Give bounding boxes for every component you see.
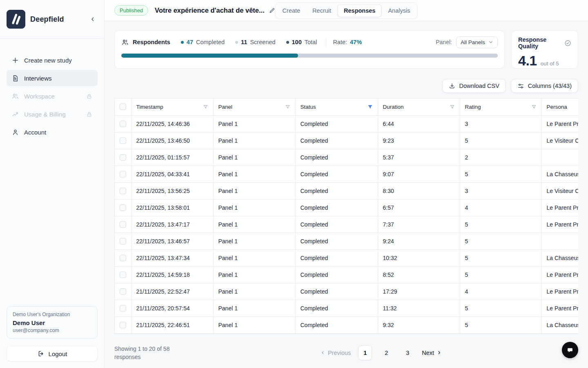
cell-duration: 17:29 (378, 283, 460, 300)
cell-status: Completed (295, 182, 378, 199)
row-select-cell (115, 166, 131, 182)
table-row[interactable]: 21/11/2025, 20:57:54 Panel 1 Completed 1… (115, 300, 578, 316)
columns-button[interactable]: Columns (43/43) (511, 79, 578, 93)
chevron-right-icon (437, 350, 442, 355)
cell-panel: Panel 1 (213, 115, 295, 132)
cell-status: Completed (295, 316, 378, 333)
filter-icon-panel[interactable] (285, 104, 290, 110)
cell-rating: 2 (460, 149, 541, 166)
row-checkbox[interactable] (120, 255, 126, 261)
column-header-timestamp: Timestamp (131, 99, 213, 115)
column-label: Panel (218, 104, 233, 110)
people-icon (11, 92, 19, 100)
row-checkbox[interactable] (120, 238, 126, 245)
table-row[interactable]: 22/11/2025, 13:47:34 Panel 1 Completed 1… (115, 249, 578, 266)
logout-button[interactable]: Logout (7, 346, 98, 361)
completed-dot-icon (181, 41, 184, 44)
page-button-2[interactable]: 2 (379, 346, 393, 360)
sidebar-header: Deepfield (0, 0, 104, 39)
stat-screened: 11 Screened (235, 39, 275, 45)
edit-title-button[interactable] (269, 7, 276, 14)
study-tab-group: Create Recruit Responses Analysis (275, 2, 418, 19)
tab-recruit[interactable]: Recruit (307, 4, 337, 17)
sidebar-item-label: Usage & Billing (24, 111, 66, 118)
panel-select[interactable]: All Panels (456, 36, 498, 48)
row-checkbox[interactable] (120, 204, 126, 211)
total-value: 100 (292, 39, 302, 45)
cell-panel: Panel 1 (213, 300, 295, 316)
chevron-down-icon (488, 40, 493, 45)
table-row[interactable]: 21/11/2025, 22:46:51 Panel 1 Completed 9… (115, 316, 578, 333)
cell-timestamp: 21/11/2025, 20:57:54 (131, 300, 213, 316)
sidebar-item-account[interactable]: Account (7, 124, 98, 140)
filter-icon-status-active[interactable] (368, 104, 373, 110)
filter-icon-duration[interactable] (450, 104, 455, 110)
sidebar-item-interviews[interactable]: Interviews (7, 70, 98, 86)
app-window: Deepfield Create new study Interviews (0, 0, 588, 368)
sidebar-collapse-button[interactable] (87, 13, 98, 25)
completed-label: Completed (196, 39, 225, 45)
table-row[interactable]: 21/11/2025, 22:52:47 Panel 1 Completed 1… (115, 283, 578, 300)
cell-panel: Panel 1 (213, 316, 295, 333)
row-checkbox[interactable] (120, 121, 126, 127)
table-row[interactable]: 22/11/2025, 13:46:50 Panel 1 Completed 9… (115, 132, 578, 149)
screened-value: 11 (241, 39, 247, 45)
tab-create[interactable]: Create (277, 4, 306, 17)
filter-icon-timestamp[interactable] (203, 104, 208, 110)
quality-score: 4.1 (518, 53, 537, 69)
row-checkbox[interactable] (120, 272, 126, 278)
row-checkbox[interactable] (120, 154, 126, 161)
cell-rating: 5 (460, 233, 541, 249)
row-select-cell (115, 199, 131, 216)
tab-analysis[interactable]: Analysis (382, 4, 416, 17)
sidebar-item-create-new-study[interactable]: Create new study (7, 52, 98, 68)
row-checkbox[interactable] (120, 188, 126, 194)
chat-widget-button[interactable] (562, 342, 578, 358)
table-row[interactable]: 22/11/2025, 13:56:25 Panel 1 Completed 8… (115, 182, 578, 199)
content-area: Respondents 47 Completed 11 Screened (105, 21, 588, 368)
table-row[interactable]: 22/11/2025, 14:46:36 Panel 1 Completed 6… (115, 115, 578, 132)
cell-duration: 9:23 (378, 132, 460, 149)
screened-dot-icon (235, 41, 238, 44)
cell-status: Completed (295, 132, 378, 149)
sidebar-item-workspace[interactable]: Workspace (7, 88, 98, 104)
next-page-button[interactable]: Next (422, 350, 442, 356)
table-row[interactable]: 22/11/2025, 13:47:17 Panel 1 Completed 7… (115, 216, 578, 233)
column-label: Rating (465, 104, 481, 110)
cell-status: Completed (295, 266, 378, 283)
cell-rating: 4 (460, 199, 541, 216)
row-checkbox[interactable] (120, 221, 126, 228)
sidebar-item-usage-billing[interactable]: Usage & Billing (7, 106, 98, 122)
previous-page-button[interactable]: Previous (320, 350, 351, 356)
cell-persona: La Chasseus (541, 166, 578, 182)
row-checkbox[interactable] (120, 322, 126, 328)
table-row[interactable]: 22/11/2025, 13:58:01 Panel 1 Completed 6… (115, 199, 578, 216)
page-button-3[interactable]: 3 (401, 346, 414, 360)
select-all-checkbox[interactable] (120, 103, 126, 110)
page-button-1[interactable]: 1 (358, 346, 372, 360)
cell-status: Completed (295, 300, 378, 316)
completion-progress-bar (121, 54, 498, 58)
row-select-cell (115, 300, 131, 316)
table-row[interactable]: 22/11/2025, 13:46:57 Panel 1 Completed 9… (115, 233, 578, 249)
row-checkbox[interactable] (120, 305, 126, 312)
deepfield-logo-icon (7, 10, 25, 29)
cell-persona (541, 233, 578, 249)
cell-duration: 11:32 (378, 300, 460, 316)
tab-responses[interactable]: Responses (338, 4, 381, 17)
plus-icon (11, 56, 19, 64)
row-checkbox[interactable] (120, 288, 126, 295)
column-label: Timestamp (136, 104, 163, 110)
row-checkbox[interactable] (120, 137, 126, 144)
cell-status: Completed (295, 199, 378, 216)
chevron-left-icon (89, 16, 96, 22)
table-row[interactable]: 22/11/2025, 04:33:41 Panel 1 Completed 9… (115, 166, 578, 182)
table-row[interactable]: 22/11/2025, 01:15:57 Panel 1 Completed 5… (115, 149, 578, 166)
row-checkbox[interactable] (120, 171, 126, 177)
download-csv-button[interactable]: Download CSV (442, 79, 506, 93)
cell-duration: 8:30 (378, 182, 460, 199)
filter-icon-rating[interactable] (531, 104, 537, 110)
cell-status: Completed (295, 149, 378, 166)
table-row[interactable]: 22/11/2025, 14:59:18 Panel 1 Completed 8… (115, 266, 578, 283)
cell-duration: 9:32 (378, 316, 460, 333)
